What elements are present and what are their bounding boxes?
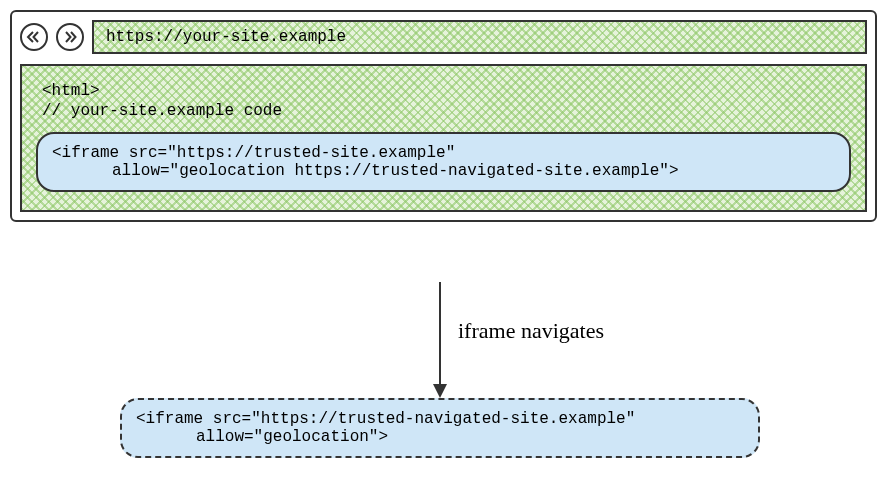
forward-button[interactable] <box>56 23 84 51</box>
browser-window: https://your-site.example <html> // your… <box>10 10 877 222</box>
arrow-label: iframe navigates <box>458 318 604 344</box>
navigation-arrow <box>428 282 452 400</box>
iframe-after: <iframe src="https://trusted-navigated-s… <box>120 398 760 458</box>
iframe-after-line1: <iframe src="https://trusted-navigated-s… <box>136 410 744 428</box>
browser-viewport: <html> // your-site.example code <iframe… <box>20 64 867 212</box>
back-button[interactable] <box>20 23 48 51</box>
iframe-before: <iframe src="https://trusted-site.exampl… <box>36 132 851 192</box>
forward-icon <box>62 30 78 44</box>
back-icon <box>26 30 42 44</box>
svg-marker-1 <box>433 384 447 398</box>
iframe-before-line2: allow="geolocation https://trusted-navig… <box>52 162 835 180</box>
browser-toolbar: https://your-site.example <box>20 20 867 54</box>
iframe-after-line2: allow="geolocation"> <box>136 428 744 446</box>
address-bar[interactable]: https://your-site.example <box>92 20 867 54</box>
code-line-html: <html> <box>42 82 851 100</box>
iframe-before-line1: <iframe src="https://trusted-site.exampl… <box>52 144 835 162</box>
url-text: https://your-site.example <box>106 28 346 46</box>
code-line-comment: // your-site.example code <box>42 102 851 120</box>
